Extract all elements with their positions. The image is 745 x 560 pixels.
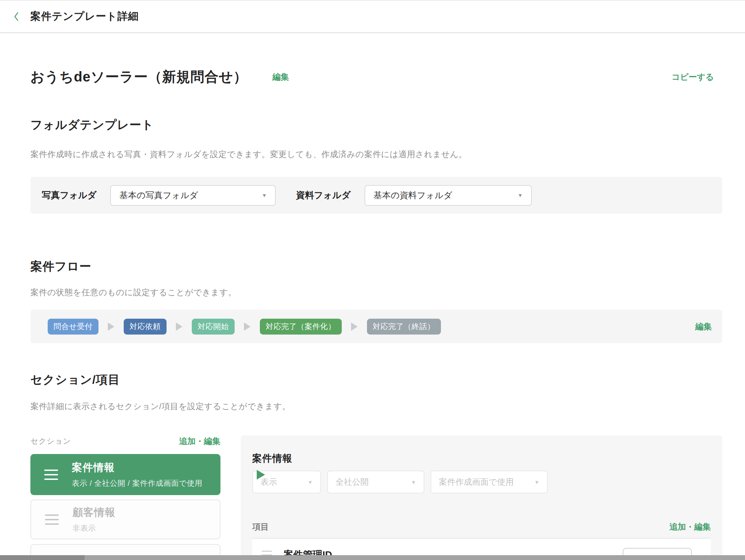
document-folder-value: 基本の資料フォルダ	[374, 190, 452, 201]
items-label: 項目	[252, 521, 269, 532]
section-detail-panel: 案件情報 表示 ▼ 全社公開 ▼ 案件作成画面で使用 ▼ 項目 追加・編集	[241, 435, 722, 560]
section-card-texts: 案件情報 表示 / 全社公開 / 案件作成画面で使用	[72, 461, 202, 489]
section-list-header: セクション 追加・編集	[30, 435, 220, 447]
caret-down-icon: ▼	[534, 479, 539, 485]
case-flow-bar: 問合せ受付 対応依頼 対応開始 対応完了（案件化） 対応完了（終話） 編集	[30, 310, 722, 343]
template-name: おうちdeソーラー（新規問合せ）	[30, 67, 247, 86]
items-header: 項目 追加・編集	[252, 521, 711, 533]
folder-template-box: 写真フォルダ 基本の写真フォルダ ▼ 資料フォルダ 基本の資料フォルダ ▼	[30, 177, 722, 214]
section-list-label: セクション	[30, 436, 71, 446]
horizontal-scrollbar[interactable]	[0, 555, 745, 560]
back-button[interactable]	[10, 10, 23, 23]
section-list: セクション 追加・編集 案件情報 表示 / 全社公開 / 案件作成画面で使用 顧…	[30, 435, 220, 560]
document-folder-select[interactable]: 基本の資料フォルダ ▼	[365, 185, 532, 206]
case-flow-heading: 案件フロー	[30, 259, 722, 274]
flow-step-badge: 対応完了（終話）	[367, 319, 441, 335]
drag-handle-icon[interactable]	[44, 470, 58, 480]
chevron-left-icon	[13, 11, 20, 22]
sections-items-heading: セクション/項目	[30, 372, 722, 388]
main-content: おうちdeソーラー（新規問合せ） 編集 コピーする フォルダテンプレート 案件作…	[0, 67, 745, 560]
photo-folder-value: 基本の写真フォルダ	[119, 190, 198, 201]
flow-step-badge: 対応開始	[192, 319, 235, 335]
section-card[interactable]: 顧客情報 非表示	[30, 500, 220, 539]
flow-step-badge: 問合せ受付	[48, 319, 98, 335]
template-copy-link[interactable]: コピーする	[672, 71, 714, 83]
publish-scope-value: 全社公開	[336, 476, 369, 487]
case-flow-description: 案件の状態を任意のものに設定することができます。	[30, 287, 722, 298]
folder-template-description: 案件作成時に作成される写真・資料フォルダを設定できます。変更しても、作成済みの案…	[30, 149, 722, 160]
section-card-subtitle: 非表示	[73, 523, 115, 533]
sections-columns: セクション 追加・編集 案件情報 表示 / 全社公開 / 案件作成画面で使用 顧…	[30, 435, 722, 560]
creation-screen-select[interactable]: 案件作成画面で使用 ▼	[431, 471, 548, 493]
section-card-selected[interactable]: 案件情報 表示 / 全社公開 / 案件作成画面で使用	[30, 454, 220, 495]
sections-items-description: 案件詳細に表示されるセクション/項目を設定することができます。	[30, 401, 722, 412]
caret-down-icon: ▼	[411, 479, 416, 485]
flow-arrow-icon	[351, 322, 358, 331]
photo-folder-label: 写真フォルダ	[42, 189, 96, 201]
caret-down-icon: ▼	[308, 479, 313, 485]
app-header: 案件テンプレート詳細	[0, 1, 745, 33]
creation-screen-value: 案件作成画面で使用	[439, 476, 514, 487]
section-card-subtitle: 表示 / 全社公開 / 案件作成画面で使用	[72, 478, 202, 489]
case-flow-edit-link[interactable]: 編集	[695, 321, 712, 332]
page-title: 案件テンプレート詳細	[30, 9, 139, 23]
flow-arrow-icon	[108, 322, 114, 331]
section-detail-settings: 表示 ▼ 全社公開 ▼ 案件作成画面で使用 ▼	[252, 471, 711, 493]
caret-down-icon: ▼	[518, 192, 523, 198]
section-add-edit-link[interactable]: 追加・編集	[179, 436, 220, 447]
items-add-edit-link[interactable]: 追加・編集	[669, 521, 711, 532]
drag-handle-icon[interactable]	[45, 514, 59, 525]
section-card-title: 顧客情報	[73, 505, 115, 520]
flow-step-badge: 対応完了（案件化）	[260, 319, 342, 335]
document-folder-label: 資料フォルダ	[296, 189, 350, 201]
template-edit-link[interactable]: 編集	[272, 71, 289, 83]
selected-section-pointer-icon	[257, 470, 265, 480]
template-title-row: おうちdeソーラー（新規問合せ） 編集 コピーする	[30, 67, 722, 86]
flow-arrow-icon	[176, 322, 182, 331]
section-detail-heading: 案件情報	[252, 452, 711, 465]
publish-scope-select[interactable]: 全社公開 ▼	[327, 471, 424, 493]
horizontal-scrollbar-thumb[interactable]	[0, 555, 85, 560]
flow-arrow-icon	[244, 322, 251, 331]
photo-folder-select[interactable]: 基本の写真フォルダ ▼	[110, 185, 276, 206]
folder-template-heading: フォルダテンプレート	[30, 117, 722, 133]
caret-down-icon: ▼	[262, 192, 267, 198]
flow-step-badge: 対応依頼	[124, 319, 167, 335]
section-card-title: 案件情報	[72, 461, 202, 475]
section-card-texts: 顧客情報 非表示	[73, 505, 115, 533]
